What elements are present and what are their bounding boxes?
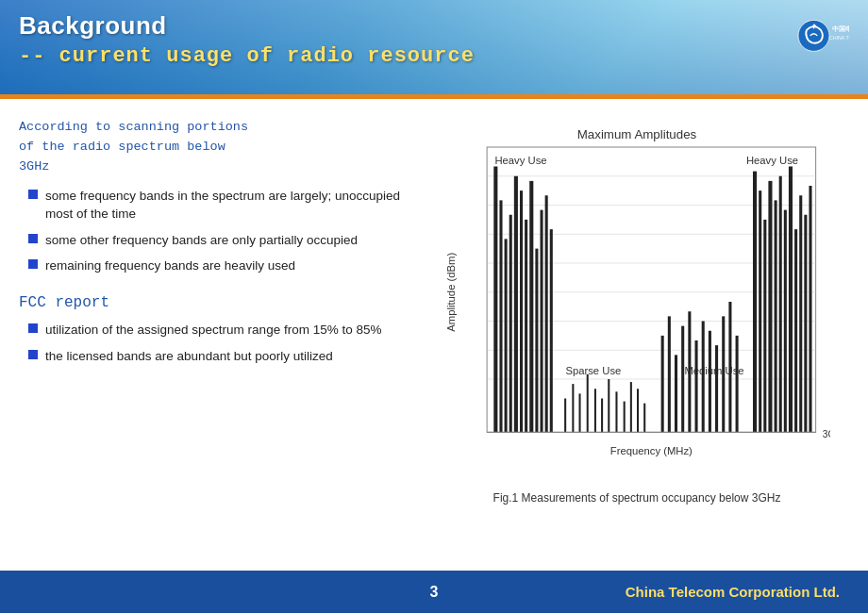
list-item: remaining frequency bands are heavily us… <box>28 257 415 275</box>
svg-rect-61 <box>779 176 782 433</box>
fcc-bullet-list: utilization of the assigned spectrum ran… <box>28 321 415 365</box>
slide-footer: 3 China Telecom Corporation Ltd. <box>0 571 868 613</box>
first-bullet-list: some frequency bands in the spectrum are… <box>28 187 415 275</box>
list-item: the licensed bands are abundant but poor… <box>28 347 415 366</box>
svg-rect-37 <box>601 399 603 433</box>
page-number: 3 <box>430 584 439 601</box>
svg-rect-27 <box>529 181 533 433</box>
bullet-text: utilization of the assigned spectrum ran… <box>45 321 381 340</box>
svg-rect-28 <box>535 249 538 433</box>
svg-rect-30 <box>545 195 548 432</box>
svg-rect-52 <box>715 345 718 432</box>
svg-rect-20 <box>493 167 497 433</box>
svg-rect-36 <box>594 389 596 432</box>
bullet-icon <box>28 350 38 359</box>
svg-rect-22 <box>505 239 508 432</box>
svg-rect-54 <box>728 302 731 432</box>
svg-rect-34 <box>579 393 581 432</box>
slide-header: Background -- current usage of radio res… <box>0 0 868 99</box>
svg-rect-55 <box>736 336 739 433</box>
fcc-section: FCC report utilization of the assigned s… <box>19 294 415 365</box>
svg-text:中国电信: 中国电信 <box>832 25 849 32</box>
svg-text:Amplitude (dBm): Amplitude (dBm) <box>445 253 457 332</box>
svg-rect-23 <box>509 215 512 433</box>
svg-rect-43 <box>643 404 645 433</box>
svg-rect-57 <box>759 191 761 432</box>
bullet-icon <box>28 323 38 333</box>
svg-rect-59 <box>768 181 772 433</box>
bullet-text: remaining frequency bands are heavily us… <box>45 257 295 275</box>
svg-rect-24 <box>514 176 518 433</box>
bullet-icon <box>28 190 38 199</box>
header-accent-bar <box>0 94 868 99</box>
svg-rect-63 <box>789 167 793 433</box>
header-logo: 中国电信 CHINA TELECOM <box>793 14 849 57</box>
svg-rect-64 <box>794 229 797 432</box>
svg-rect-33 <box>572 384 574 432</box>
svg-rect-50 <box>702 322 705 433</box>
svg-rect-45 <box>668 316 671 432</box>
svg-text:Heavy Use: Heavy Use <box>746 155 798 166</box>
svg-rect-21 <box>499 200 502 432</box>
svg-text:Medium Use: Medium Use <box>684 365 743 376</box>
svg-rect-56 <box>753 172 757 433</box>
bullet-icon <box>28 259 38 269</box>
footer-company: China Telecom Corporation Ltd. <box>626 584 840 600</box>
svg-rect-25 <box>520 191 523 432</box>
bullet-icon <box>28 234 38 243</box>
svg-rect-40 <box>624 402 626 433</box>
intro-text: According to scanning portionsof the rad… <box>19 118 415 177</box>
fcc-title: FCC report <box>19 294 415 311</box>
svg-rect-62 <box>784 210 787 433</box>
svg-rect-48 <box>688 311 691 432</box>
spectrum-chart: Maximum Amplitudes Amplitude (dBm) Heavy… <box>443 118 830 486</box>
svg-rect-46 <box>675 355 677 432</box>
svg-rect-60 <box>775 200 777 432</box>
svg-rect-26 <box>525 220 527 433</box>
main-content: According to scanning portionsof the rad… <box>0 99 868 571</box>
svg-rect-39 <box>615 391 617 432</box>
svg-rect-42 <box>637 389 639 432</box>
svg-rect-58 <box>763 220 766 433</box>
bullet-text: some frequency bands in the spectrum are… <box>45 187 415 224</box>
svg-text:3GHz: 3GHz <box>823 429 830 439</box>
svg-text:Maximum Amplitudes: Maximum Amplitudes <box>577 127 697 141</box>
header-title2: -- current usage of radio resource <box>19 44 475 68</box>
list-item: some frequency bands in the spectrum are… <box>28 187 415 224</box>
svg-rect-41 <box>630 382 632 432</box>
svg-text:CHINA TELECOM: CHINA TELECOM <box>829 35 849 41</box>
header-text-block: Background -- current usage of radio res… <box>19 11 475 68</box>
chart-container: Maximum Amplitudes Amplitude (dBm) Heavy… <box>443 118 830 486</box>
svg-text:Frequency (MHz): Frequency (MHz) <box>610 445 693 456</box>
bullet-text: some other frequency bands are only part… <box>45 231 358 250</box>
svg-text:Heavy Use: Heavy Use <box>494 155 546 166</box>
svg-rect-53 <box>722 316 725 432</box>
svg-rect-38 <box>608 379 609 432</box>
svg-rect-29 <box>541 210 543 433</box>
chart-caption: Fig.1 Measurements of spectrum occupancy… <box>493 491 781 505</box>
svg-rect-67 <box>809 186 811 432</box>
right-panel: Maximum Amplitudes Amplitude (dBm) Heavy… <box>425 118 849 561</box>
svg-rect-49 <box>695 340 698 432</box>
svg-rect-44 <box>661 336 664 433</box>
svg-text:Sparse Use: Sparse Use <box>565 365 621 376</box>
china-telecom-logo-icon: 中国电信 CHINA TELECOM <box>793 14 849 57</box>
svg-rect-32 <box>564 399 566 433</box>
list-item: utilization of the assigned spectrum ran… <box>28 321 415 340</box>
bullet-text: the licensed bands are abundant but poor… <box>45 347 333 366</box>
left-panel: According to scanning portionsof the rad… <box>19 118 415 561</box>
svg-rect-31 <box>550 229 553 432</box>
header-title1: Background <box>19 11 475 41</box>
svg-rect-47 <box>681 326 684 433</box>
list-item: some other frequency bands are only part… <box>28 231 415 250</box>
svg-rect-35 <box>587 374 589 433</box>
svg-rect-65 <box>799 195 802 432</box>
svg-rect-66 <box>804 215 807 433</box>
svg-rect-51 <box>709 331 711 433</box>
